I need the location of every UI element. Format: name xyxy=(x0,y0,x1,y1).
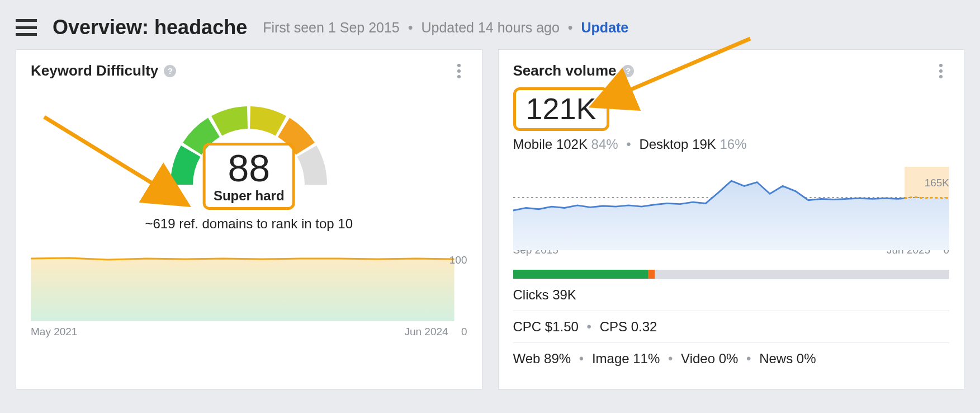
chart-y-max: 100 xyxy=(449,254,467,266)
mobile-value: 102K xyxy=(556,137,588,152)
web-pct: 89% xyxy=(544,351,571,366)
device-breakdown: Mobile 102K 84% • Desktop 19K 16% xyxy=(513,137,950,152)
separator-dot: • xyxy=(568,20,573,35)
chart-x-start: May 2021 xyxy=(31,326,77,338)
difficulty-trend-chart[interactable]: 100 xyxy=(31,248,467,321)
ref-domains-text: ~619 ref. domains to rank in top 10 xyxy=(31,216,467,232)
chart-x-end: Jun 2024 xyxy=(404,326,448,337)
card-title-text: Search volume xyxy=(513,62,617,79)
cps-value: 0.32 xyxy=(631,319,657,334)
cards-row: Keyword Difficulty ? 88 xyxy=(0,49,980,405)
help-icon[interactable]: ? xyxy=(622,65,634,77)
desktop-pct: 16% xyxy=(720,137,747,152)
difficulty-score-label: Super hard xyxy=(214,188,285,204)
click-share-paid xyxy=(648,270,655,279)
mobile-pct: 84% xyxy=(591,137,618,152)
first-seen-date: 1 Sep 2015 xyxy=(328,20,400,35)
search-volume-card: Search volume ? 121K Mobile 102K 84% • D… xyxy=(498,49,965,389)
clicks-row: Clicks 39K xyxy=(513,279,950,311)
chart-y-max: 165K xyxy=(925,177,949,189)
card-title: Keyword Difficulty ? xyxy=(31,62,176,79)
video-pct: 0% xyxy=(719,351,738,366)
page-title: Overview: headache xyxy=(53,16,247,39)
help-icon[interactable]: ? xyxy=(164,65,176,77)
card-title-text: Keyword Difficulty xyxy=(31,62,158,79)
card-more-icon[interactable] xyxy=(451,63,467,79)
web-label: Web xyxy=(513,351,541,366)
cpc-label: CPC xyxy=(513,319,542,334)
volume-trend-chart[interactable]: 165K xyxy=(513,167,950,240)
click-share-bar xyxy=(513,270,950,279)
image-label: Image xyxy=(592,351,629,366)
cps-label: CPS xyxy=(600,319,627,334)
card-title: Search volume ? xyxy=(513,62,635,79)
image-pct: 11% xyxy=(633,351,660,366)
gauge-center: 88 Super hard xyxy=(203,143,295,210)
chart-y-min: 0 xyxy=(461,326,467,337)
keyword-difficulty-card: Keyword Difficulty ? 88 xyxy=(16,49,482,389)
updated-label: Updated xyxy=(421,20,477,35)
clicks-value: 39K xyxy=(552,287,576,302)
search-types-row: Web 89% • Image 11% • Video 0% • News 0% xyxy=(513,342,950,374)
card-more-icon[interactable] xyxy=(932,63,949,79)
desktop-label: Desktop xyxy=(639,137,688,152)
mobile-label: Mobile xyxy=(513,137,553,152)
click-share-organic xyxy=(513,270,648,279)
news-label: News xyxy=(759,351,793,366)
difficulty-score-highlight: 88 Super hard xyxy=(203,143,295,210)
difficulty-score: 88 xyxy=(214,149,285,187)
title-prefix: Overview: xyxy=(53,16,154,39)
desktop-value: 19K xyxy=(692,137,716,152)
cpc-cps-row: CPC $1.50 • CPS 0.32 xyxy=(513,311,950,342)
page-header: Overview: headache First seen 1 Sep 2015… xyxy=(0,0,980,49)
difficulty-gauge: 88 Super hard xyxy=(157,90,341,213)
menu-icon[interactable] xyxy=(16,19,37,36)
clicks-label: Clicks xyxy=(513,287,549,302)
cpc-value: $1.50 xyxy=(545,319,579,334)
news-pct: 0% xyxy=(797,351,816,366)
updated-ago: 14 hours ago xyxy=(478,20,560,35)
search-volume-highlight: 121K xyxy=(513,87,609,131)
separator-dot: • xyxy=(408,20,413,35)
keyword-name: headache xyxy=(154,16,247,39)
video-label: Video xyxy=(681,351,715,366)
first-seen-label: First seen xyxy=(263,20,328,35)
page-meta: First seen 1 Sep 2015 • Updated 14 hours… xyxy=(263,20,628,36)
update-link[interactable]: Update xyxy=(581,20,629,35)
search-volume-value: 121K xyxy=(526,91,596,126)
